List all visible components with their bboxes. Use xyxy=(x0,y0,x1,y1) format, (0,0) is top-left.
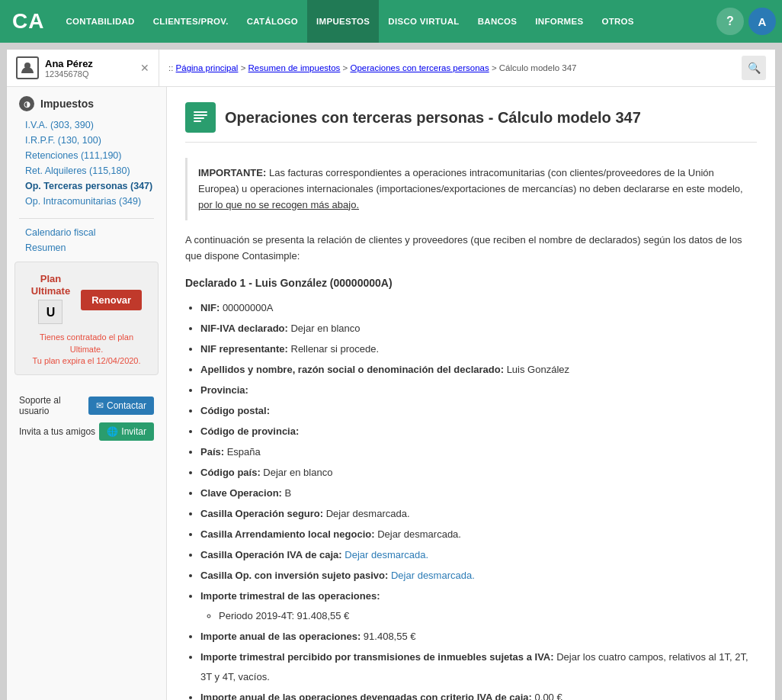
main-content: Operaciones con terceras personas - Cálc… xyxy=(167,87,775,700)
breadcrumb-home[interactable]: Página principal xyxy=(176,63,239,72)
breadcrumb-operaciones[interactable]: Operaciones con terceras personas xyxy=(351,63,489,72)
list-item: País: España xyxy=(200,442,757,462)
list-item: Clave Operacion: B xyxy=(200,483,757,503)
page-header-icon xyxy=(185,102,216,133)
page-header: Operaciones con terceras personas - Cálc… xyxy=(185,102,757,143)
svg-rect-2 xyxy=(194,114,207,116)
info-list: NIF: 00000000A NIF-IVA declarado: Dejar … xyxy=(185,298,757,700)
nav-disco[interactable]: DISCO VIRTUAL xyxy=(379,0,468,43)
plan-info: Plan Ultimate U xyxy=(31,273,70,327)
top-navigation: CA CONTABILIDAD CLIENTES/PROV. CATÁLOGO … xyxy=(0,0,782,43)
sidebar-item-retenciones[interactable]: Retenciones (111,190) xyxy=(19,148,154,163)
breadcrumb-section: :: Página principal > Resumen de impuest… xyxy=(159,50,775,86)
plan-label1: Plan xyxy=(31,273,70,285)
sidebar: ◑ Impuestos I.V.A. (303, 390) I.R.P.F. (… xyxy=(7,87,167,700)
svg-rect-1 xyxy=(194,111,207,113)
declarado-title: Declarado 1 - Luis González (00000000A) xyxy=(185,277,757,289)
list-item: Importe anual de las operaciones: 91.408… xyxy=(200,627,757,647)
envelope-icon: ✉ xyxy=(96,400,104,411)
list-item: Importe trimestral percibido por transmi… xyxy=(200,647,757,687)
list-item: Código país: Dejar en blanco xyxy=(200,463,757,483)
list-item: Importe trimestral de las operaciones: P… xyxy=(200,586,757,626)
plan-label2: Ultimate xyxy=(31,285,70,297)
user-id: 12345678Q xyxy=(45,69,140,79)
list-item: NIF: 00000000A xyxy=(200,298,757,318)
invite-row: Invita a tus amigos 🌐 Invitar xyxy=(19,422,154,441)
list-item: Provincia: xyxy=(200,381,757,400)
sidebar-item-resumen[interactable]: Resumen xyxy=(19,240,154,255)
sidebar-item-calendario[interactable]: Calendario fiscal xyxy=(19,225,154,240)
user-info: Ana Pérez 12345678Q xyxy=(45,58,140,79)
svg-rect-4 xyxy=(194,120,201,122)
invite-button[interactable]: 🌐 Invitar xyxy=(99,422,154,441)
nav-impuestos[interactable]: IMPUESTOS xyxy=(307,0,379,43)
description-text: A continuación se presenta la relación d… xyxy=(185,233,757,265)
search-button[interactable]: 🔍 xyxy=(742,56,766,80)
main-wrapper: Ana Pérez 12345678Q ✕ :: Página principa… xyxy=(6,49,776,700)
list-item: Código postal: xyxy=(200,401,757,421)
nav-catalogo[interactable]: CATÁLOGO xyxy=(238,0,307,43)
plan-info-row: Plan Ultimate U Renovar xyxy=(23,273,150,327)
important-box: IMPORTANTE: Las facturas correspondiente… xyxy=(185,158,757,220)
sidebar-support: Soporte al usuario ✉ Contactar Invita a … xyxy=(7,381,166,454)
globe-icon: 🌐 xyxy=(107,426,118,437)
breadcrumb-current: Cálculo modelo 347 xyxy=(499,63,577,72)
list-item: Casilla Arrendamiento local negocio: Dej… xyxy=(200,525,757,544)
user-section: Ana Pérez 12345678Q ✕ xyxy=(7,50,159,86)
important-text: Las facturas correspondientes a operacio… xyxy=(198,167,743,194)
important-prefix: IMPORTANTE: xyxy=(198,167,266,178)
sidebar-item-op-intra[interactable]: Op. Intracomunitarias (349) xyxy=(19,194,154,209)
content-layout: ◑ Impuestos I.V.A. (303, 390) I.R.P.F. (… xyxy=(7,87,775,700)
breadcrumb-impuestos[interactable]: Resumen de impuestos xyxy=(248,63,341,72)
page-title: Operaciones con terceras personas - Cálc… xyxy=(225,109,641,127)
list-item: Importe anual de las operaciones devenga… xyxy=(200,688,757,700)
support-label: Soporte al usuario xyxy=(19,395,88,416)
sub-list: Periodo 2019-4T: 91.408,55 € xyxy=(200,606,757,626)
user-avatar-nav[interactable]: A xyxy=(748,8,776,35)
help-button[interactable]: ? xyxy=(716,8,744,35)
list-item: NIF representante: Rellenar si procede. xyxy=(200,339,757,359)
nav-informes[interactable]: INFORMES xyxy=(526,0,592,43)
plan-box: Plan Ultimate U Renovar Tienes contratad… xyxy=(14,262,159,375)
list-item: Apellidos y nombre, razón social o denom… xyxy=(200,360,757,380)
sidebar-links2: Calendario fiscal Resumen xyxy=(7,225,166,255)
sidebar-impuestos-section: ◑ Impuestos I.V.A. (303, 390) I.R.P.F. (… xyxy=(7,87,166,212)
sidebar-item-irpf[interactable]: I.R.P.F. (130, 100) xyxy=(19,133,154,148)
user-avatar-small xyxy=(16,56,39,79)
top-bar-row: Ana Pérez 12345678Q ✕ :: Página principa… xyxy=(7,50,775,87)
svg-rect-3 xyxy=(194,117,204,119)
sidebar-icon: ◑ xyxy=(19,96,34,111)
sidebar-item-ret-alq[interactable]: Ret. Alquileres (115,180) xyxy=(19,163,154,178)
nav-clientes[interactable]: CLIENTES/PROV. xyxy=(144,0,238,43)
list-item: NIF-IVA declarado: Dejar en blanco xyxy=(200,319,757,339)
sidebar-section-title: ◑ Impuestos xyxy=(19,96,154,111)
list-item: Casilla Op. con inversión sujeto pasivo:… xyxy=(200,566,757,586)
plan-letter: U xyxy=(38,300,62,324)
support-row: Soporte al usuario ✉ Contactar xyxy=(19,395,154,416)
sidebar-item-op-terceras[interactable]: Op. Terceras personas (347) xyxy=(19,178,154,194)
list-item: Casilla Operación seguro: Dejar desmarca… xyxy=(200,504,757,524)
renew-button[interactable]: Renovar xyxy=(81,290,142,310)
breadcrumb: :: Página principal > Resumen de impuest… xyxy=(168,63,576,72)
user-name: Ana Pérez xyxy=(45,58,140,69)
list-item: Casilla Operación IVA de caja: Dejar des… xyxy=(200,545,757,565)
nav-bancos[interactable]: BANCOS xyxy=(469,0,527,43)
user-tools-icon[interactable]: ✕ xyxy=(140,62,149,74)
nav-otros[interactable]: OTROS xyxy=(592,0,643,43)
breadcrumb-prefix: :: xyxy=(168,63,173,72)
sidebar-divider-1 xyxy=(19,218,154,219)
contact-button[interactable]: ✉ Contactar xyxy=(88,397,154,415)
nav-contabilidad[interactable]: CONTABILIDAD xyxy=(56,0,143,43)
sub-list-item: Periodo 2019-4T: 91.408,55 € xyxy=(219,606,757,626)
app-logo[interactable]: CA xyxy=(6,9,56,34)
list-item: Código de provincia: xyxy=(200,422,757,442)
invite-label: Invita a tus amigos xyxy=(19,426,95,437)
sidebar-item-iva[interactable]: I.V.A. (303, 390) xyxy=(19,117,154,133)
plan-note: Tienes contratado el plan Ultimate. Tu p… xyxy=(23,332,150,367)
